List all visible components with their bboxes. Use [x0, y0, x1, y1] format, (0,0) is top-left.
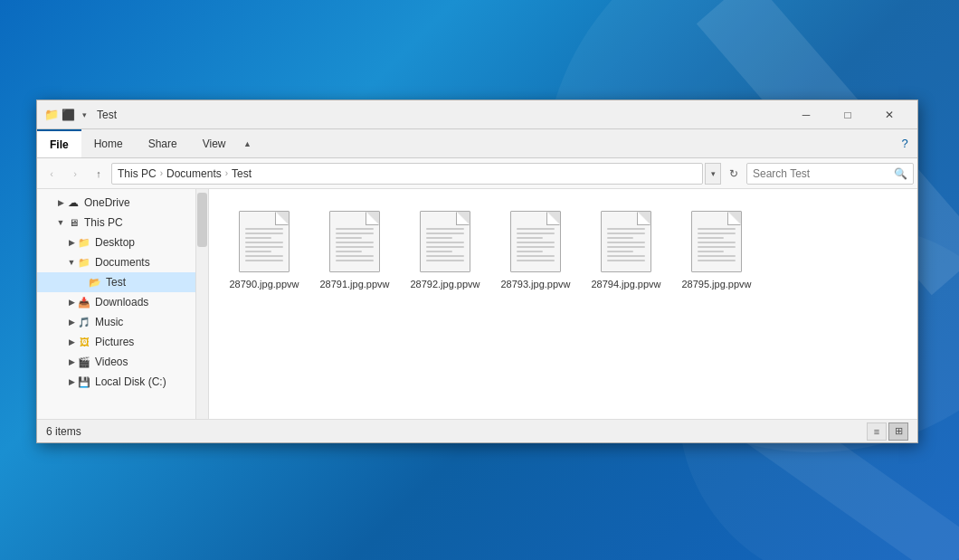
search-box[interactable]: 🔍	[746, 163, 914, 185]
back-button[interactable]: ‹	[41, 163, 62, 185]
file-icon-doc	[420, 211, 470, 272]
sidebar-item-this-pc[interactable]: ▼ 🖥 This PC	[37, 213, 208, 233]
item-count: 6 items	[46, 425, 81, 438]
sidebar-item-test[interactable]: ▶ 📂 Test	[37, 272, 208, 292]
crumb-documents[interactable]: Documents	[166, 167, 222, 180]
arrow-icon: ▶	[66, 357, 77, 366]
title-bar: 📁 ⬛ ▾ Test ─ □ ✕	[37, 100, 917, 129]
crumb-test[interactable]: Test	[232, 167, 252, 180]
title-dropdown-icon[interactable]: ▾	[77, 108, 91, 122]
up-button[interactable]: ↑	[88, 163, 109, 185]
documents-icon: 📁	[77, 255, 91, 270]
folder-icon: 📁	[44, 108, 59, 122]
sidebar-item-local-disk[interactable]: ▶ 💾 Local Disk (C:)	[37, 372, 208, 392]
details-view-button[interactable]: ≡	[867, 422, 887, 441]
address-bar-right: ▾ ↻	[705, 163, 745, 185]
crumb-sep-2: ›	[225, 168, 228, 178]
downloads-icon: 📥	[77, 295, 91, 309]
tab-share[interactable]: Share	[136, 129, 190, 157]
file-name: 28791.jpg.ppvw	[319, 278, 389, 290]
sidebar-label-videos: Videos	[95, 356, 128, 368]
main-area: ▶ ☁ OneDrive ▼ 🖥 This PC ▶ 📁 Desktop ▼ 📁…	[37, 189, 917, 419]
sidebar-item-onedrive[interactable]: ▶ ☁ OneDrive	[37, 193, 208, 213]
tab-file[interactable]: File	[37, 129, 81, 157]
videos-icon: 🎬	[77, 355, 91, 369]
sidebar-label-downloads: Downloads	[95, 296, 148, 308]
file-name: 28790.jpg.ppvw	[229, 278, 299, 290]
file-icon-wrapper	[597, 209, 655, 274]
search-input[interactable]	[753, 167, 890, 180]
sidebar-item-documents[interactable]: ▼ 📁 Documents	[37, 252, 208, 272]
window-title: Test	[97, 109, 780, 121]
file-icon-wrapper	[416, 209, 474, 274]
forward-button[interactable]: ›	[64, 163, 86, 185]
breadcrumb: This PC › Documents › Test	[118, 167, 252, 180]
arrow-icon: ▶	[66, 337, 77, 346]
sidebar-item-videos[interactable]: ▶ 🎬 Videos	[37, 352, 208, 372]
content-area: 28790.jpg.ppvw28791.jpg.ppvw28792.jpg.pp…	[209, 189, 917, 419]
file-lines	[336, 228, 374, 261]
icons-view-button[interactable]: ⊞	[888, 422, 908, 441]
pictures-icon: 🖼	[77, 335, 91, 349]
file-item-file4[interactable]: 28793.jpg.ppvw	[495, 204, 576, 296]
file-name: 28793.jpg.ppvw	[500, 278, 570, 290]
crumb-sep-1: ›	[160, 168, 163, 178]
file-item-file2[interactable]: 28791.jpg.ppvw	[314, 204, 395, 296]
this-pc-icon: 🖥	[66, 215, 81, 230]
file-name: 28794.jpg.ppvw	[591, 278, 660, 290]
file-icon-wrapper	[507, 209, 565, 274]
help-icon[interactable]: ?	[892, 129, 917, 157]
sidebar-label-desktop: Desktop	[95, 236, 135, 249]
music-icon: 🎵	[77, 315, 91, 329]
file-icon-wrapper	[235, 209, 293, 274]
file-icon-doc	[329, 211, 380, 272]
arrow-icon: ▼	[66, 258, 77, 267]
title-bar-icons: 📁 ⬛ ▾	[44, 108, 91, 122]
file-item-file1[interactable]: 28790.jpg.ppvw	[223, 204, 305, 296]
sidebar-item-music[interactable]: ▶ 🎵 Music	[37, 312, 208, 332]
file-icon-wrapper	[688, 209, 745, 274]
sidebar-label-local-disk: Local Disk (C:)	[95, 375, 166, 388]
sidebar-label-music: Music	[95, 316, 123, 328]
file-item-file6[interactable]: 28795.jpg.ppvw	[676, 204, 757, 296]
file-icon-doc	[239, 211, 290, 272]
tab-view[interactable]: View	[190, 129, 239, 157]
sidebar-scroll-thumb[interactable]	[197, 193, 207, 247]
sidebar-label-documents: Documents	[95, 256, 150, 269]
ribbon: File Home Share View ▲ ?	[37, 129, 917, 158]
file-lines	[517, 228, 555, 261]
tab-home[interactable]: Home	[81, 129, 136, 157]
onedrive-icon: ☁	[66, 195, 81, 210]
crumb-this-pc[interactable]: This PC	[118, 167, 157, 180]
sidebar-label-pictures: Pictures	[95, 336, 134, 348]
file-icon-doc	[601, 211, 651, 272]
search-button[interactable]: 🔍	[894, 167, 907, 180]
arrow-icon: ▶	[66, 377, 77, 386]
sidebar-scrollbar[interactable]	[195, 189, 208, 419]
ribbon-expand-icon[interactable]: ▲	[239, 129, 257, 157]
sidebar-item-downloads[interactable]: ▶ 📥 Downloads	[37, 292, 208, 312]
address-bar: ‹ › ↑ This PC › Documents › Test ▾ ↻ 🔍	[37, 158, 917, 189]
address-path[interactable]: This PC › Documents › Test	[111, 163, 703, 185]
file-icon-doc	[691, 211, 742, 272]
maximize-button[interactable]: □	[827, 100, 869, 129]
window-controls: ─ □ ✕	[785, 100, 910, 129]
refresh-button[interactable]: ↻	[723, 163, 745, 185]
file-lines	[426, 228, 464, 261]
sidebar-label-onedrive: OneDrive	[84, 196, 130, 209]
arrow-icon: ▶	[55, 198, 66, 207]
desktop-icon: 📁	[77, 235, 91, 250]
status-bar: 6 items ≡ ⊞	[37, 419, 917, 442]
arrow-icon: ▶	[66, 318, 77, 327]
file-item-file3[interactable]: 28792.jpg.ppvw	[404, 204, 486, 296]
minimize-button[interactable]: ─	[785, 100, 827, 129]
sidebar: ▶ ☁ OneDrive ▼ 🖥 This PC ▶ 📁 Desktop ▼ 📁…	[37, 189, 209, 419]
quick-access-icon: ⬛	[61, 108, 75, 122]
close-button[interactable]: ✕	[869, 100, 910, 129]
file-item-file5[interactable]: 28794.jpg.ppvw	[585, 204, 667, 296]
sidebar-item-desktop[interactable]: ▶ 📁 Desktop	[37, 233, 208, 252]
file-icon-wrapper	[326, 209, 384, 274]
address-dropdown-button[interactable]: ▾	[705, 163, 721, 185]
sidebar-item-pictures[interactable]: ▶ 🖼 Pictures	[37, 332, 208, 352]
sidebar-label-this-pc: This PC	[84, 216, 123, 229]
